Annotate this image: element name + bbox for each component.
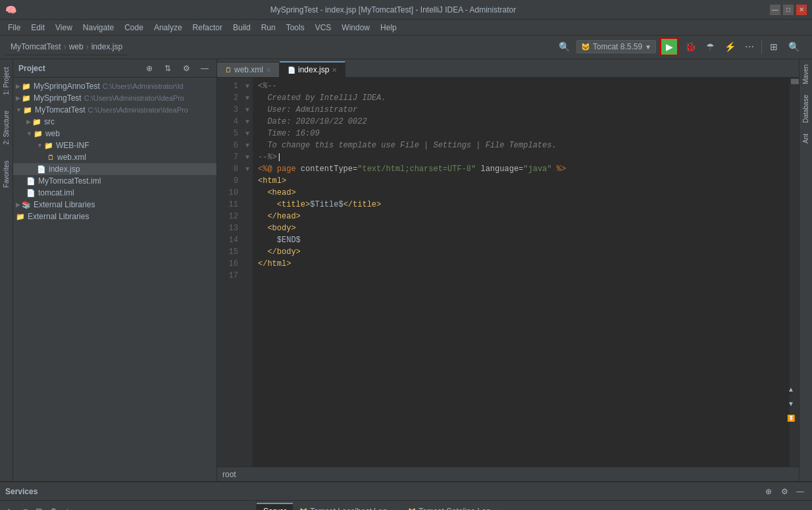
- project-sort-button[interactable]: ⇅: [161, 62, 174, 75]
- menu-view[interactable]: View: [50, 22, 78, 34]
- menu-help[interactable]: Help: [375, 22, 402, 34]
- code-line-16: </html>: [258, 258, 784, 270]
- services-filter-button[interactable]: ⚙: [47, 505, 60, 510]
- toolbar-search2[interactable]: 🔍: [786, 39, 801, 55]
- code-line-11: <title>$Title$</title>: [258, 199, 784, 211]
- tab-server[interactable]: Server: [257, 503, 293, 510]
- tree-item-src[interactable]: ▶ 📁 src: [13, 116, 216, 128]
- tab-server-label: Server: [263, 507, 286, 510]
- maximize-button[interactable]: □: [783, 5, 794, 15]
- code-line-3: User: Administrator: [258, 104, 784, 116]
- project-settings-button[interactable]: ⚙: [180, 62, 193, 75]
- code-content[interactable]: <%-- Created by IntelliJ IDEA. User: Adm…: [253, 78, 790, 467]
- tab-tomcat-catalina-label: Tomcat Catalina Log: [419, 507, 490, 510]
- tab-indexjsp[interactable]: 📄 index.jsp ✕: [280, 61, 345, 77]
- tab-webxml[interactable]: 🗒 web.xml ✕: [217, 62, 280, 77]
- tree-arrow: ▶: [16, 95, 20, 101]
- tree-arrow-mytomcattest: ▼: [16, 107, 22, 113]
- menu-edit[interactable]: Edit: [26, 22, 50, 34]
- services-settings-button[interactable]: ⚙: [778, 485, 791, 498]
- menu-refactor[interactable]: Refactor: [188, 22, 228, 34]
- code-editor[interactable]: 1234567891011121314151617 ▼▼▼▼▼▼▼▼ <%-- …: [217, 78, 799, 467]
- title-bar-controls: — □ ✕: [770, 5, 807, 15]
- tree-item-indexjsp[interactable]: 📄 index.jsp: [13, 163, 216, 175]
- breadcrumb-folder[interactable]: web: [69, 42, 84, 51]
- code-line-2: Created by IntelliJ IDEA.: [258, 92, 784, 104]
- run-button[interactable]: ▶: [660, 38, 678, 56]
- tab-indexjsp-close[interactable]: ✕: [332, 66, 337, 74]
- menu-run[interactable]: Run: [256, 22, 281, 34]
- menu-file[interactable]: File: [3, 22, 26, 34]
- code-line-10: <head>: [258, 187, 784, 199]
- services-group-button[interactable]: ⊞: [33, 505, 45, 510]
- services-run-button[interactable]: ▶: [5, 505, 18, 510]
- tree-item-scratches[interactable]: 📁 External Libraries: [13, 211, 216, 222]
- project-add-button[interactable]: ⊕: [143, 62, 156, 75]
- favorites-sidebar-toggle[interactable]: Favorites: [1, 158, 11, 190]
- code-line-15: </body>: [258, 246, 784, 258]
- maven-panel-toggle[interactable]: Maven: [801, 62, 811, 87]
- tree-item-web-inf[interactable]: ▼ 📁 WEB-INF: [13, 140, 216, 151]
- toolbar-search-button[interactable]: 🔍: [557, 39, 572, 55]
- editor-tabs: 🗒 web.xml ✕ 📄 index.jsp ✕: [217, 59, 799, 78]
- menu-build[interactable]: Build: [228, 22, 256, 34]
- toolbar-more[interactable]: ⋯: [742, 39, 757, 55]
- tree-item-tomcatiml[interactable]: 📄 tomcat.iml: [13, 187, 216, 199]
- tree-item-iml[interactable]: 📄 MyTomcatTest.iml: [13, 175, 216, 187]
- tab-tomcat-catalina-log[interactable]: 🐱 Tomcat Catalina Log ✕: [401, 504, 505, 510]
- tab-localhost-close[interactable]: ✕: [390, 508, 395, 511]
- debug-button[interactable]: 🐞: [682, 39, 698, 55]
- services-add-service[interactable]: +: [63, 505, 72, 510]
- server-tabs-area: Server 🐱 Tomcat Localhost Log ✕ 🐱 Tomcat…: [257, 501, 812, 510]
- menu-analyze[interactable]: Analyze: [149, 22, 188, 34]
- title-bar-title: MySpringTest - index.jsp [MyTomcatTest] …: [16, 5, 770, 14]
- tree-arrow: ▶: [16, 83, 20, 89]
- database-panel-toggle[interactable]: Database: [801, 92, 811, 126]
- tree-item-external-libs[interactable]: ▶ 📚 External Libraries: [13, 199, 216, 211]
- menu-window[interactable]: Window: [336, 22, 375, 34]
- services-list-button[interactable]: ≡: [20, 505, 30, 510]
- tree-item-myspringannnotest[interactable]: ▶ 📁 MySpringAnnoTest C:\Users\Administra…: [13, 80, 216, 92]
- run-config-selector[interactable]: 🐱 Tomcat 8.5.59 ▼: [576, 40, 656, 53]
- services-header-buttons: ⊕ ⚙ —: [762, 485, 807, 498]
- toolbar-layout[interactable]: ⊞: [766, 39, 782, 55]
- code-line-4: Date: 2020/10/22 0022: [258, 116, 784, 128]
- profile-button[interactable]: ⚡: [722, 39, 738, 55]
- services-content: ▶ ≡ ⊞ ⚙ + 🐱 Tomcat Server ▼ ✅ Finished ▶: [0, 501, 812, 510]
- server-tabs: Server 🐱 Tomcat Localhost Log ✕ 🐱 Tomcat…: [257, 501, 812, 510]
- tree-item-webxml[interactable]: 🗒 web.xml: [13, 151, 216, 163]
- code-line-5: Time: 16:09: [258, 128, 784, 140]
- tree-item-web[interactable]: ▼ 📁 web: [13, 128, 216, 140]
- project-sidebar-toggle[interactable]: 1: Project: [1, 64, 11, 97]
- project-panel: Project ⊕ ⇅ ⚙ — ▶ 📁 MySpringAnnoTest C:\…: [13, 59, 217, 481]
- tree-item-myspringtest[interactable]: ▶ 📁 MySpringTest C:\Users\Administrator\…: [13, 92, 216, 104]
- services-add-button[interactable]: ⊕: [762, 485, 775, 498]
- breadcrumb-project[interactable]: MyTomcatTest: [11, 42, 61, 51]
- ant-panel-toggle[interactable]: Ant: [801, 131, 811, 146]
- menu-vcs[interactable]: VCS: [310, 22, 337, 34]
- menu-code[interactable]: Code: [119, 22, 149, 34]
- tab-webxml-close[interactable]: ✕: [266, 66, 271, 74]
- tab-tomcat-localhost-log[interactable]: 🐱 Tomcat Localhost Log ✕: [293, 504, 401, 510]
- run-config-dropdown-icon[interactable]: ▼: [645, 43, 651, 51]
- tree-item-mytomcattest[interactable]: ▼ 📁 MyTomcatTest C:\Users\Administrator\…: [13, 104, 216, 116]
- tab-indexjsp-icon: 📄: [288, 66, 295, 74]
- minimize-button[interactable]: —: [770, 5, 780, 15]
- menu-navigate[interactable]: Navigate: [78, 22, 119, 34]
- services-collapse-button[interactable]: —: [794, 485, 807, 498]
- structure-sidebar-toggle[interactable]: 2: Structure: [1, 108, 11, 147]
- fold-column: ▼▼▼▼▼▼▼▼: [242, 78, 253, 467]
- code-line-14: $END$: [258, 234, 784, 246]
- services-toolbar: ▶ ≡ ⊞ ⚙ +: [3, 503, 253, 510]
- services-tree: ▶ ≡ ⊞ ⚙ + 🐱 Tomcat Server ▼ ✅ Finished ▶: [0, 501, 257, 510]
- menu-bar: File Edit View Navigate Code Analyze Ref…: [0, 20, 812, 36]
- code-line-6: To change this template use File | Setti…: [258, 140, 784, 151]
- editor-area: 🗒 web.xml ✕ 📄 index.jsp ✕ 12345678910111…: [217, 59, 799, 481]
- coverage-button[interactable]: ☂: [702, 39, 718, 55]
- project-collapse-button[interactable]: —: [198, 62, 211, 75]
- breadcrumb-file[interactable]: index.jsp: [91, 42, 122, 51]
- tab-tomcat-catalina-icon: 🐱: [408, 508, 416, 511]
- close-button[interactable]: ✕: [796, 5, 807, 15]
- menu-tools[interactable]: Tools: [281, 22, 310, 34]
- tab-catalina-close[interactable]: ✕: [494, 508, 499, 511]
